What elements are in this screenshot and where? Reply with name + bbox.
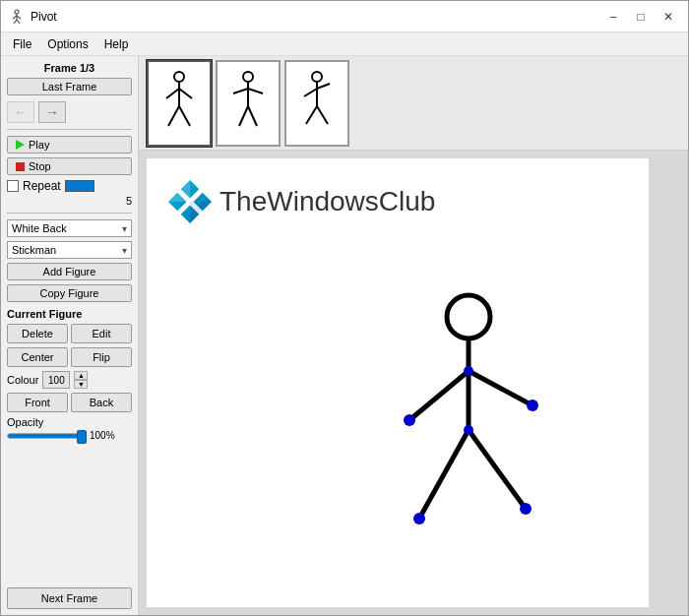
- svg-marker-28: [190, 202, 212, 223]
- flip-button[interactable]: Flip: [71, 347, 132, 367]
- repeat-label: Repeat: [23, 179, 61, 193]
- svg-line-16: [239, 106, 248, 126]
- colour-value[interactable]: 100: [42, 371, 70, 389]
- svg-point-39: [413, 513, 425, 524]
- svg-point-36: [527, 400, 538, 411]
- svg-line-14: [233, 89, 248, 93]
- minimize-button[interactable]: –: [601, 7, 625, 27]
- content-area: Frame 1/3 Last Frame ← → Play Stop: [1, 56, 688, 615]
- logo-diamond-icon: [166, 178, 214, 225]
- opacity-slider[interactable]: [7, 433, 86, 439]
- stickman[interactable]: [380, 292, 557, 568]
- svg-point-38: [464, 425, 473, 435]
- svg-line-10: [168, 106, 179, 126]
- maximize-button[interactable]: □: [629, 7, 653, 27]
- center-button[interactable]: Center: [7, 347, 68, 367]
- divider-1: [7, 129, 132, 130]
- svg-line-23: [317, 106, 328, 124]
- colour-row: Colour 100 ▲ ▼: [7, 371, 132, 389]
- stop-button[interactable]: Stop: [7, 157, 132, 175]
- colour-spinner: ▲ ▼: [74, 371, 88, 389]
- colour-down-button[interactable]: ▼: [74, 380, 88, 389]
- figure-dropdown-arrow: ▾: [122, 245, 127, 256]
- play-button[interactable]: Play: [7, 136, 132, 154]
- next-arrow-button[interactable]: →: [38, 101, 66, 123]
- window-controls: – □ ✕: [601, 7, 680, 27]
- frame-strip: [139, 56, 688, 151]
- frame-2-preview: [223, 69, 273, 138]
- front-back-row: Front Back: [7, 393, 132, 412]
- svg-marker-27: [168, 180, 190, 202]
- copy-figure-button[interactable]: Copy Figure: [7, 284, 132, 302]
- frame-1-preview: [155, 69, 204, 138]
- frame-thumb-3[interactable]: [284, 60, 349, 147]
- stickman-svg: [380, 292, 557, 568]
- svg-line-31: [409, 371, 469, 420]
- back-button[interactable]: Back: [71, 393, 132, 412]
- svg-line-22: [306, 106, 317, 124]
- svg-point-12: [243, 72, 253, 82]
- frame-thumb-2[interactable]: [216, 60, 281, 147]
- app-window: Pivot – □ ✕ File Options Help Frame 1/3 …: [0, 0, 689, 616]
- canvas-area[interactable]: TheWindowsClub: [139, 151, 688, 615]
- current-figure-label: Current Figure: [7, 308, 132, 320]
- background-dropdown[interactable]: White Back ▾: [7, 219, 132, 237]
- svg-line-17: [248, 106, 257, 126]
- colour-up-button[interactable]: ▲: [74, 371, 88, 380]
- opacity-fill: [8, 434, 85, 438]
- speed-value: 5: [7, 195, 132, 207]
- menu-options[interactable]: Options: [39, 35, 95, 53]
- svg-point-29: [447, 295, 490, 339]
- svg-line-2: [13, 16, 17, 19]
- svg-line-11: [179, 106, 190, 126]
- svg-point-37: [464, 366, 473, 376]
- svg-line-8: [166, 89, 179, 98]
- last-frame-button[interactable]: Last Frame: [7, 78, 132, 95]
- svg-line-20: [304, 89, 317, 96]
- frame-3-preview: [292, 69, 342, 138]
- watermark-text: TheWindowsClub: [219, 186, 435, 217]
- play-icon: [16, 140, 25, 150]
- menu-bar: File Options Help: [1, 32, 688, 56]
- watermark: TheWindowsClub: [166, 178, 435, 225]
- repeat-checkbox[interactable]: [7, 180, 19, 192]
- center-flip-row: Center Flip: [7, 347, 132, 367]
- next-frame-button[interactable]: Next Frame: [7, 587, 132, 609]
- title-bar: Pivot – □ ✕: [1, 1, 688, 32]
- window-title: Pivot: [31, 10, 601, 24]
- frame-thumb-1[interactable]: [147, 60, 212, 147]
- front-button[interactable]: Front: [7, 393, 68, 412]
- figure-dropdown[interactable]: Stickman ▾: [7, 241, 132, 259]
- close-button[interactable]: ✕: [657, 7, 680, 27]
- svg-line-4: [14, 20, 17, 24]
- app-icon: [9, 9, 25, 25]
- svg-line-15: [248, 89, 263, 93]
- menu-help[interactable]: Help: [96, 35, 137, 53]
- right-panel: TheWindowsClub: [139, 56, 688, 615]
- svg-line-32: [469, 371, 532, 405]
- delete-button[interactable]: Delete: [7, 324, 68, 343]
- opacity-label: Opacity: [7, 416, 132, 428]
- canvas[interactable]: TheWindowsClub: [147, 158, 649, 607]
- opacity-row: Opacity 100%: [7, 416, 132, 441]
- opacity-slider-container: 100%: [7, 430, 132, 441]
- frame-label: Frame 1/3: [7, 62, 132, 74]
- opacity-value: 100%: [90, 430, 115, 441]
- prev-arrow-button[interactable]: ←: [7, 101, 34, 123]
- svg-point-18: [312, 72, 322, 82]
- svg-point-6: [174, 72, 184, 82]
- speed-bar[interactable]: [65, 180, 94, 192]
- left-panel: Frame 1/3 Last Frame ← → Play Stop: [1, 56, 139, 615]
- svg-line-33: [419, 430, 469, 519]
- next-frame-container: Next Frame: [7, 449, 132, 609]
- svg-point-0: [15, 10, 19, 14]
- svg-line-34: [469, 430, 526, 509]
- svg-line-5: [17, 20, 20, 24]
- add-figure-button[interactable]: Add Figure: [7, 263, 132, 280]
- menu-file[interactable]: File: [5, 35, 39, 53]
- delete-edit-row: Delete Edit: [7, 324, 132, 343]
- edit-button[interactable]: Edit: [71, 324, 132, 343]
- opacity-thumb[interactable]: [77, 430, 87, 444]
- background-dropdown-arrow: ▾: [122, 223, 127, 234]
- svg-point-35: [404, 414, 415, 426]
